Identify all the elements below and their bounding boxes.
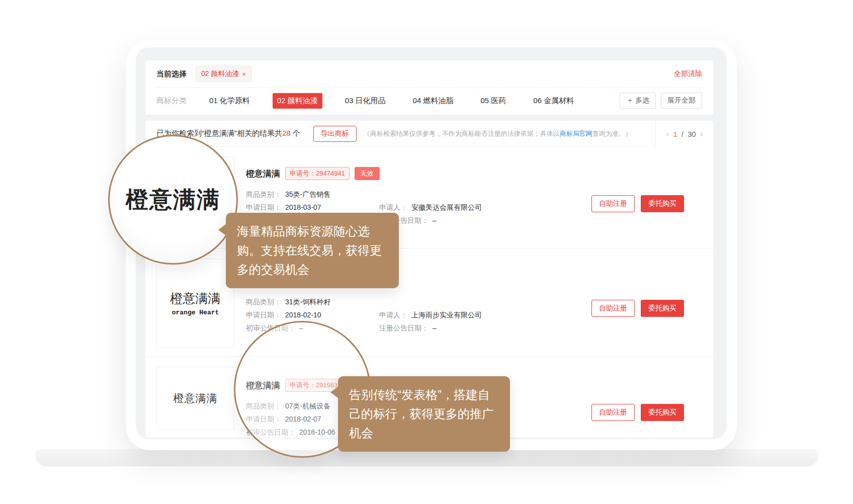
tab-category-03[interactable]: 03 日化用品 [340, 93, 390, 109]
results-header: 已为你检索到“橙意满满”相关的结果共28 个 导出商标 （商标检索结果仅供参考，… [145, 121, 713, 147]
tab-category-06[interactable]: 06 金属材料 [529, 93, 578, 109]
entrust-buy-button[interactable]: 委托购买 [641, 300, 684, 317]
reg-pub-value: – [433, 216, 437, 225]
category-actions: ＋ 多选 展开全部 [620, 93, 702, 109]
category-value: 35类-广告销售 [285, 190, 330, 199]
first-pub-value: 2018-10-06 [299, 428, 335, 437]
trademark-image: 橙意满满 orange Heart [156, 259, 234, 348]
magnified-trademark-text: 橙意满满 [126, 185, 220, 215]
reg-pub-value: – [433, 324, 437, 333]
applicant-value: 上海雨步实业有限公司 [411, 311, 482, 320]
magnifier-circle-top: 橙意满满 [108, 135, 238, 265]
laptop-base [35, 449, 819, 466]
next-page-icon[interactable]: › [700, 129, 703, 139]
applicant-value: 安徽美达会展有限公司 [411, 203, 482, 212]
multi-select-button[interactable]: ＋ 多选 [620, 93, 656, 109]
trademark-image-subtext: orange Heart [172, 309, 219, 316]
application-number-badge: 申请号：29474941 [285, 167, 350, 180]
trademark-office-link[interactable]: 商标局官网 [560, 130, 592, 137]
self-register-button[interactable]: 自助注册 [591, 195, 635, 212]
tab-category-04[interactable]: 04 燃料油脂 [408, 93, 458, 109]
status-badge: 无效 [355, 167, 380, 180]
prev-page-icon[interactable]: ‹ [666, 129, 669, 139]
category-row: 商标分类 01 化学原料 02 颜料油漆 03 日化用品 04 燃料油脂 05 … [156, 88, 702, 114]
tab-category-02-active[interactable]: 02 颜料油漆 [273, 93, 322, 109]
trademark-image-text: 橙意满满 [174, 391, 218, 405]
current-selection-label: 当前选择 [156, 69, 187, 79]
self-register-button[interactable]: 自助注册 [591, 404, 635, 421]
filter-card: 当前选择 02 颜料油漆 × 全部清除 商标分类 01 化学原料 02 颜料油漆… [145, 60, 713, 115]
entrust-buy-button[interactable]: 委托购买 [641, 404, 684, 421]
expand-all-button[interactable]: 展开全部 [661, 93, 702, 109]
category-value: 07类-机械设备 [285, 402, 330, 411]
current-page: 1 [673, 130, 677, 138]
total-pages: 30 [688, 130, 696, 138]
results-count: 28 [282, 129, 291, 137]
trademark-name[interactable]: 橙意满满 [246, 380, 280, 391]
tooltip-promotion: 告别传统“发表格”，搭建自己的标行，获得更多的推广机会 [338, 376, 510, 452]
selected-filter-tag-label: 02 颜料油漆 [201, 69, 239, 78]
apply-date-value: 2018-02-10 [285, 311, 321, 320]
self-register-button[interactable]: 自助注册 [591, 300, 635, 317]
trademark-name[interactable]: 橙意满满 [246, 168, 280, 180]
first-pub-value: – [299, 324, 303, 333]
current-selection-row: 当前选择 02 颜料油漆 × 全部清除 [156, 60, 702, 88]
category-value: 31类-饲料种籽 [285, 298, 330, 307]
page: 当前选择 02 颜料油漆 × 全部清除 商标分类 01 化学原料 02 颜料油漆… [0, 0, 853, 504]
tab-category-01[interactable]: 01 化学原料 [205, 93, 254, 109]
tooltip-text: 告别传统“发表格”，搭建自己的标行，获得更多的推广机会 [349, 388, 494, 440]
pagination: ‹ 1 / 30 › [655, 121, 713, 147]
results-disclaimer: （商标检索结果仅供参考，不作为商标能否注册的法律依据；具体以商标局官网查询为准。… [364, 129, 632, 138]
apply-date-value: 2018-03-07 [285, 203, 321, 212]
apply-date-value: 2018-02-07 [285, 415, 321, 424]
tooltip-tail-icon [330, 386, 338, 398]
clear-all-link[interactable]: 全部清除 [674, 69, 702, 78]
tooltip-marketplace: 海量精品商标资源随心选购。支持在线交易，获得更多的交易机会 [226, 213, 399, 288]
close-icon[interactable]: × [242, 70, 246, 78]
entrust-buy-button[interactable]: 委托购买 [641, 195, 684, 212]
export-trademarks-button[interactable]: 导出商标 [313, 126, 357, 142]
category-row-label: 商标分类 [156, 96, 187, 106]
selected-filter-tag[interactable]: 02 颜料油漆 × [196, 66, 251, 82]
tooltip-text: 海量精品商标资源随心选购。支持在线交易，获得更多的交易机会 [237, 224, 382, 276]
trademark-image-text: 橙意满满 [170, 290, 221, 307]
trademark-image: 橙意满满 [156, 367, 234, 430]
page-separator: / [681, 130, 684, 138]
tooltip-tail-icon [218, 224, 226, 236]
tab-category-05[interactable]: 05 医药 [476, 93, 510, 109]
